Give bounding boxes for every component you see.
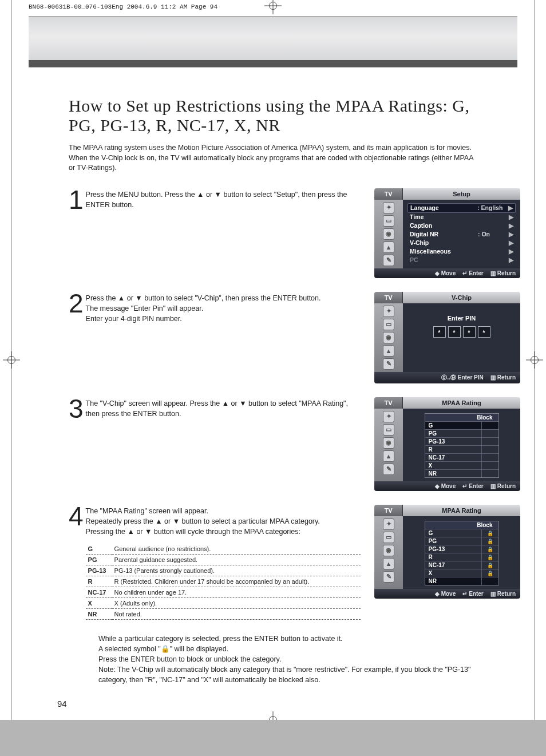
osd-sidebar: ✦ ▭ ◉ ▲ ✎ [374, 303, 403, 372]
hint-enter: ↵ Enter [462, 483, 484, 489]
step-2: 2 Press the ▲ or ▼ button to select "V-C… [69, 292, 523, 383]
pin-boxes: * * * * [407, 326, 516, 338]
sidebar-icon: ◉ [383, 437, 394, 449]
sidebar-icon: ▲ [383, 345, 394, 357]
mpaa-row: PG🔒 [425, 537, 498, 545]
page-title: How to Set up Restrictions using the MPA… [69, 96, 477, 135]
osd-footer: ◆ Move ↵ Enter ▥ Return [374, 481, 520, 491]
menu-row: Miscellaneous▶ [407, 247, 516, 256]
mpaa-row: NR [425, 577, 498, 585]
mpaa-row: NC-17🔒 [425, 561, 498, 569]
mpaa-row: NC-17 [425, 454, 498, 462]
menu-row: Caption▶ [407, 221, 516, 230]
rating-def-row: PG-13PG-13 (Parents strongly cautioned). [86, 565, 361, 576]
sidebar-icon: ✎ [383, 464, 394, 475]
menu-row: PC▶ [407, 256, 516, 264]
step-4: 4 The "MPAA Rating" screen will appear. … [69, 505, 523, 620]
rating-def-row: NRNot rated. [86, 608, 361, 619]
rating-def-row: GGeneral audience (no restrictions). [86, 544, 361, 555]
osd-menu: Language: English▶Time▶Caption▶Digital N… [403, 200, 520, 268]
rating-definitions: GGeneral audience (no restrictions).PGPa… [86, 544, 361, 620]
step-number: 1 [69, 189, 82, 211]
mpaa-row: R [425, 446, 498, 454]
sidebar-icon: ✎ [383, 358, 394, 370]
mpaa-row: PG [425, 430, 498, 438]
osd-sidebar: ✦ ▭ ◉ ▲ ✎ [374, 516, 403, 589]
crop-mark-top [264, 0, 282, 14]
osd-sidebar: ✦ ▭ ◉ ▲ ✎ [374, 409, 403, 481]
hint-move: ◆ Move [435, 483, 456, 489]
rating-def-row: NC-17No children under age 17. [86, 587, 361, 597]
step-number: 2 [69, 293, 82, 324]
header-bar [29, 16, 517, 68]
mpaa-row: G🔒 [425, 529, 498, 537]
step-text: Press the ▲ or ▼ button to select "V-Chi… [86, 292, 321, 324]
osd-footer: ⓪..⑨ Enter PIN ▥ Return [374, 372, 520, 383]
step-text: Press the MENU button. Press the ▲ or ▼ … [86, 188, 361, 211]
sidebar-icon: ◉ [383, 332, 394, 343]
sidebar-icon: ✦ [383, 306, 394, 317]
osd-mpaa-1: TV MPAA Rating ✦ ▭ ◉ ▲ ✎ BlockGPGPG-13RN… [374, 397, 520, 491]
osd-tv-label: TV [374, 397, 403, 409]
page: BN68-00631B-00_076-103Eng 2004.6.9 11:2 … [0, 0, 546, 720]
hint-enter: ↵ Enter [462, 270, 484, 276]
osd-mpaa-table: BlockGPGPG-13RNC-17XNR [403, 409, 520, 481]
mpaa-row: R🔒 [425, 553, 498, 561]
rating-def-row: RR (Restricted. Children under 17 should… [86, 576, 361, 587]
hint-enter: ↵ Enter [462, 591, 484, 597]
hint-return: ▥ Return [490, 483, 516, 489]
hint-return: ▥ Return [490, 374, 516, 382]
osd-title: V-Chip [403, 292, 520, 303]
osd-setup: TV Setup ✦ ▭ ◉ ▲ ✎ Language: English▶Tim… [374, 188, 520, 278]
pin-digit: * [448, 326, 461, 338]
sidebar-icon: ▭ [383, 424, 394, 436]
step-3: 3 The "V-Chip" screen will appear. Press… [69, 397, 523, 491]
osd-pin-area: Enter PIN * * * * [403, 303, 520, 372]
sidebar-icon: ✦ [383, 202, 394, 213]
step-number: 3 [69, 398, 82, 419]
hint-enter-pin: ⓪..⑨ Enter PIN [441, 374, 484, 382]
sidebar-icon: ✦ [383, 411, 394, 422]
crop-mark-right [526, 351, 543, 369]
osd-mpaa-2: TV MPAA Rating ✦ ▭ ◉ ▲ ✎ BlockG🔒PG🔒PG-13… [374, 505, 520, 599]
pin-digit: * [433, 326, 446, 338]
osd-title: MPAA Rating [403, 505, 520, 516]
rating-def-row: XX (Adults only). [86, 597, 361, 608]
osd-sidebar: ✦ ▭ ◉ ▲ ✎ [374, 200, 403, 268]
osd-footer: ◆ Move ↵ Enter ▥ Return [374, 268, 520, 278]
sidebar-icon: ▭ [383, 532, 394, 543]
menu-row: Language: English▶ [407, 203, 516, 213]
mpaa-row: G [425, 422, 498, 430]
hint-return: ▥ Return [490, 270, 516, 276]
after-text: While a particular category is selected,… [98, 634, 477, 686]
osd-title: MPAA Rating [403, 397, 520, 409]
crop-mark-left [3, 351, 20, 369]
step-text: The "MPAA Rating" screen will appear. Re… [86, 505, 361, 537]
osd-mpaa-table: BlockG🔒PG🔒PG-13🔒R🔒NC-17🔒X🔒NR [403, 516, 520, 589]
osd-tv-label: TV [374, 292, 403, 303]
sidebar-icon: ✦ [383, 518, 394, 530]
rating-def-row: PGParental guidance suggested. [86, 554, 361, 565]
sidebar-icon: ▭ [383, 319, 394, 330]
sidebar-icon: ◉ [383, 228, 394, 240]
sidebar-icon: ▲ [383, 558, 394, 569]
mpaa-row: PG-13 [425, 438, 498, 446]
sidebar-icon: ✎ [383, 571, 394, 583]
sidebar-icon: ✎ [383, 255, 394, 266]
osd-title: Setup [403, 188, 520, 200]
osd-vchip-pin: TV V-Chip ✦ ▭ ◉ ▲ ✎ Enter PIN * [374, 292, 520, 383]
menu-row: V-Chip▶ [407, 239, 516, 247]
mpaa-row: X🔒 [425, 569, 498, 577]
crop-mark-bottom [264, 711, 282, 720]
osd-tv-label: TV [374, 505, 403, 516]
page-number: 94 [57, 699, 67, 708]
step-number: 4 [69, 506, 82, 620]
osd-tv-label: TV [374, 188, 403, 200]
mpaa-row: NR [425, 470, 498, 477]
sidebar-icon: ▲ [383, 450, 394, 462]
osd-footer: ◆ Move ↵ Enter ▥ Return [374, 589, 520, 599]
mpaa-row: PG-13🔒 [425, 545, 498, 553]
intro-text: The MPAA rating system uses the Motion P… [69, 143, 477, 173]
hint-move: ◆ Move [435, 591, 456, 597]
mpaa-row: X [425, 462, 498, 470]
